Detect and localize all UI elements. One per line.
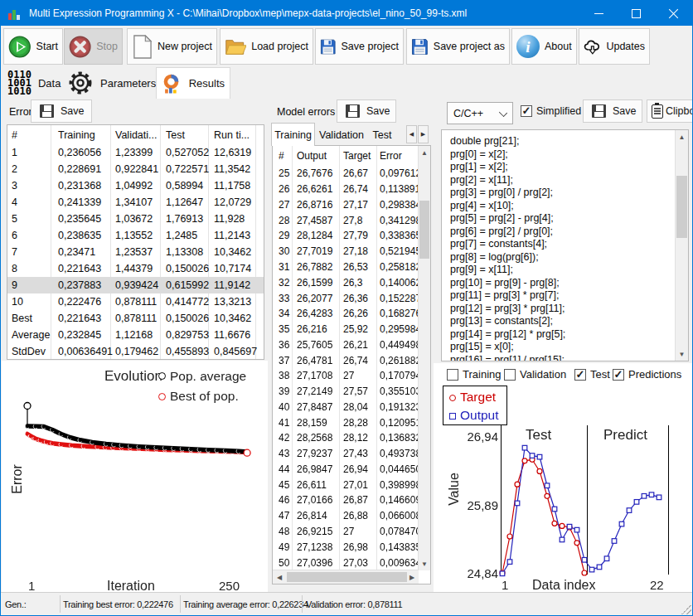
model-tab-test[interactable]: Test	[368, 124, 396, 146]
table-row[interactable]: 60,2386351,135521,248511,2143	[7, 227, 264, 244]
tab-parameters[interactable]: Parameters	[67, 67, 156, 99]
code-panel[interactable]: double prg[21];prg[0] = x[2];prg[1] = x[…	[441, 129, 689, 361]
table-row[interactable]: StdDev0,006364910,1794620,4558930,845697	[7, 343, 264, 360]
scroll-down-icon[interactable]: ▼	[676, 349, 688, 359]
new-project-button[interactable]: New project	[127, 28, 217, 65]
table-cell: 1,23399	[115, 147, 153, 158]
start-button[interactable]: Start	[3, 28, 63, 65]
error-table[interactable]: #TrainingValidati...TestRun ti... 10,236…	[7, 124, 264, 360]
table-row[interactable]: 2526,767626,670,097612	[273, 166, 430, 182]
table-row[interactable]: 80,2216431,443790,15002610,7174	[7, 260, 264, 277]
stop-button[interactable]: Stop	[64, 28, 123, 65]
resize-grip[interactable]	[681, 604, 691, 614]
table-cell: 0,232845	[58, 329, 101, 341]
table-row[interactable]: 3625,760526,210,449498	[273, 337, 430, 352]
vscroll-thumb[interactable]	[419, 201, 429, 259]
table-cell: 6	[12, 230, 17, 241]
table-cell: 5	[12, 213, 17, 225]
table-cell: 1,2485	[166, 230, 197, 241]
save-icon	[40, 104, 54, 118]
table-row[interactable]: 3526,21625,920,295984	[273, 322, 430, 337]
close-button[interactable]	[655, 1, 692, 26]
model-table-vscrollbar[interactable]: ▲ ▼	[418, 146, 430, 570]
table-row[interactable]: 30,2313681,049920,5899411,1758	[7, 177, 264, 194]
language-select[interactable]: C/C++	[447, 102, 513, 124]
table-row[interactable]: 50,2356451,036721,7691311,928	[7, 211, 264, 227]
tab-data[interactable]: 011010011010 Data	[2, 67, 61, 99]
updates-icon	[584, 34, 601, 60]
minimize-button[interactable]	[580, 1, 618, 26]
table-row[interactable]: 10,2360561,233990,52705212,6319	[7, 144, 264, 161]
table-cell: Best	[12, 313, 32, 324]
table-row[interactable]: 4526,61127,010,398998	[273, 477, 430, 492]
table-row[interactable]: 4826,9215270,078470	[273, 524, 430, 540]
scroll-up-icon[interactable]: ▲	[676, 132, 688, 142]
load-project-button[interactable]: Load project	[220, 28, 313, 65]
tab-results[interactable]: Results	[156, 67, 230, 99]
table-row[interactable]: 4228,256828,120,136832	[273, 430, 430, 446]
table-cell: 1,44379	[115, 263, 153, 274]
table-row[interactable]: 4027,848728,040,191323	[273, 399, 430, 415]
table-cell: 45	[279, 479, 289, 491]
table-cell: 26,3	[343, 277, 362, 289]
about-button[interactable]: i About	[511, 28, 577, 65]
code-vscrollbar[interactable]: ▲ ▼	[675, 130, 688, 361]
vscroll-thumb[interactable]	[676, 176, 687, 238]
model-errors-save-button[interactable]: Save	[337, 99, 396, 123]
table-row[interactable]: Best0,2216430,8781110,15002610,3462	[7, 310, 264, 327]
clipboard-button[interactable]: Clipboa	[647, 99, 693, 123]
scroll-right-icon[interactable]: ▶	[407, 571, 417, 583]
table-row[interactable]: 2928,128427,790,338365	[273, 228, 430, 244]
table-row[interactable]: 4627,016626,870,146609	[273, 492, 430, 508]
table-cell: 26,36	[343, 293, 368, 304]
scroll-up-icon[interactable]: ▲	[419, 148, 430, 158]
tabs-scroll-left-button[interactable]: ◀	[406, 125, 417, 143]
code-save-button[interactable]: Save	[583, 99, 642, 123]
table-cell: 26	[279, 183, 289, 195]
code-line: prg[8] = log(prg[6]);	[450, 251, 673, 264]
table-row[interactable]: 90,2378830,9394240,61599211,9142	[7, 277, 264, 293]
maximize-button[interactable]	[618, 1, 655, 26]
maximize-icon	[632, 9, 641, 18]
table-row[interactable]: 2726,871627,170,298384	[273, 197, 430, 213]
table-row[interactable]: 4426,984726,940,044650	[273, 462, 430, 478]
load-project-icon	[225, 36, 246, 58]
table-row[interactable]: 3326,207726,360,152287	[273, 290, 430, 306]
table-row[interactable]: 3927,214927,570,355103	[273, 384, 430, 400]
table-row[interactable]: 40,2413391,341071,1264712,0729	[7, 194, 264, 211]
table-cell: 27,01	[343, 479, 368, 491]
model-errors-table[interactable]: #OutputTargetError 2526,767626,670,09761…	[272, 145, 431, 584]
scroll-down-icon[interactable]: ▼	[419, 559, 430, 569]
table-row[interactable]: 100,2224760,8781110,41477213,3213	[7, 293, 264, 310]
table-row[interactable]: 20,2286910,9228410,72257111,3542	[7, 161, 264, 177]
save-project-as-button[interactable]: Save project as	[406, 28, 510, 65]
code-line: prg[1] = x[2];	[450, 161, 673, 174]
table-row[interactable]: 3827,1708270,170794	[273, 368, 430, 384]
table-row[interactable]: 4128,15928,280,120951	[273, 415, 430, 430]
table-row[interactable]: 4327,923727,430,493738	[273, 446, 430, 462]
table-row[interactable]: Average0,2328451,121680,82975311,6676	[7, 327, 264, 343]
table-row[interactable]: 70,234711,235371,1330810,3462	[7, 244, 264, 260]
hscroll-thumb[interactable]	[287, 572, 407, 582]
error-save-button[interactable]: Save	[31, 99, 92, 123]
tabs-scroll-right-button[interactable]: ▶	[418, 125, 429, 143]
table-row[interactable]: 2626,626126,740,113891	[273, 182, 430, 197]
model-table-hscrollbar[interactable]: ◀ ▶	[273, 570, 419, 584]
table-row[interactable]: 3027,701927,180,521945	[273, 244, 430, 259]
simplified-checkbox[interactable]: ✓ Simplified	[521, 105, 581, 117]
table-row[interactable]: 3426,428326,260,168276	[273, 306, 430, 322]
table-row[interactable]: 2827,458727,80,341298	[273, 212, 430, 228]
table-row[interactable]: 5027,039627,030,009634	[273, 555, 430, 570]
table-row[interactable]: 4726,81426,880,066008	[273, 508, 430, 524]
updates-button[interactable]: Updates	[579, 28, 650, 65]
table-cell: 27,8	[343, 215, 362, 226]
table-row[interactable]: 3126,788226,530,258182	[273, 259, 430, 275]
model-tab-validation[interactable]: Validation	[317, 124, 366, 146]
model-tab-training[interactable]: Training	[271, 123, 315, 146]
table-row[interactable]: 4927,123826,980,143835	[273, 539, 430, 555]
table-cell: 0,341298	[380, 215, 421, 226]
scroll-left-icon[interactable]: ◀	[274, 571, 284, 583]
save-project-button[interactable]: Save project	[315, 28, 404, 65]
table-row[interactable]: 3726,478126,740,261882	[273, 352, 430, 368]
table-row[interactable]: 3226,159926,30,140062	[273, 274, 430, 290]
